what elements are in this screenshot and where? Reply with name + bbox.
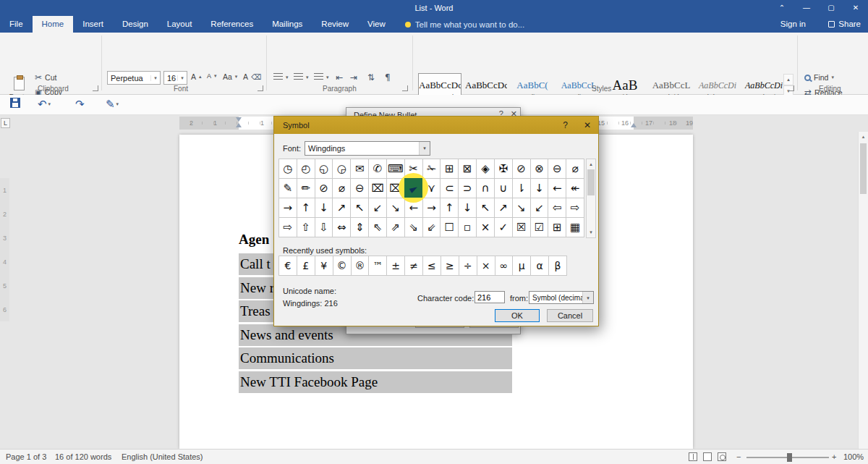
- recent-symbol-cell[interactable]: ≥: [441, 256, 459, 276]
- clear-formatting-button[interactable]: A⌫: [243, 72, 261, 81]
- symbol-cell[interactable]: ⇗: [387, 218, 405, 237]
- symbol-cell[interactable]: ⌀: [566, 159, 584, 179]
- cut-button[interactable]: ✂ Cut: [35, 72, 56, 83]
- symbol-cell[interactable]: ↓: [459, 198, 477, 218]
- symbol-cell[interactable]: ▫: [459, 218, 477, 237]
- font-size-combo[interactable]: 16 ▾: [163, 71, 187, 85]
- document-heading[interactable]: Agen: [239, 232, 269, 248]
- ribbon-display-options-icon[interactable]: ⌃: [770, 0, 794, 16]
- symbol-cell[interactable]: ☑: [531, 218, 549, 237]
- symbol-cell[interactable]: ✠: [495, 159, 513, 179]
- recent-symbol-cell[interactable]: ™: [369, 256, 387, 276]
- symbol-cell[interactable]: ✁: [423, 159, 441, 179]
- tab-file[interactable]: File: [0, 16, 33, 33]
- restore-icon[interactable]: ▢: [819, 0, 843, 16]
- help-icon[interactable]: ?: [563, 120, 568, 130]
- from-combo[interactable]: Symbol (decimal) ▾: [529, 291, 594, 304]
- symbol-font-combo[interactable]: Wingdings ▾: [305, 141, 430, 156]
- recent-symbol-cell[interactable]: µ: [513, 256, 531, 276]
- symbol-cell[interactable]: ↓: [531, 179, 549, 198]
- read-mode-icon[interactable]: [689, 452, 697, 461]
- symbol-cell[interactable]: ⊂: [441, 179, 459, 198]
- symbol-cell[interactable]: ⊃: [459, 179, 477, 198]
- symbol-cell[interactable]: ✎: [279, 179, 297, 198]
- zoom-level[interactable]: 100%: [843, 452, 864, 461]
- symbol-cell[interactable]: ☒: [513, 218, 531, 237]
- symbol-cell[interactable]: ✓: [495, 218, 513, 237]
- symbol-cell[interactable]: ✆: [369, 159, 387, 179]
- symbol-cell[interactable]: →: [423, 198, 441, 218]
- styles-dialog-launcher-icon[interactable]: [788, 85, 794, 91]
- tab-review[interactable]: Review: [312, 16, 358, 33]
- decrease-indent-button[interactable]: ⇤: [336, 72, 343, 83]
- symbol-cell[interactable]: ⌨: [387, 159, 405, 179]
- symbol-cell[interactable]: ∩: [477, 179, 495, 198]
- symbol-cell[interactable]: ⊘: [315, 179, 333, 198]
- zoom-slider-thumb[interactable]: [787, 453, 792, 462]
- symbol-cell[interactable]: ⇨: [566, 198, 584, 218]
- minimize-icon[interactable]: —: [794, 0, 819, 16]
- hanging-indent-marker[interactable]: [236, 123, 242, 127]
- close-icon[interactable]: ✕: [584, 120, 591, 130]
- grow-font-button[interactable]: A▴: [191, 72, 202, 81]
- draw-tool-button[interactable]: ✎ ▾: [106, 98, 119, 111]
- recent-symbol-cell[interactable]: β: [549, 256, 567, 276]
- symbol-cell[interactable]: ⇧: [297, 218, 315, 237]
- web-layout-icon[interactable]: [718, 452, 726, 461]
- scroll-up-icon[interactable]: ▴: [587, 159, 595, 169]
- symbol-cell[interactable]: ↘: [513, 198, 531, 218]
- tab-references[interactable]: References: [201, 16, 263, 33]
- page-indicator[interactable]: Page 1 of 3: [6, 452, 46, 461]
- sign-in-link[interactable]: Sign in: [780, 16, 806, 33]
- font-name-combo[interactable]: Perpetua ▾: [107, 71, 161, 85]
- zoom-in-button[interactable]: +: [832, 452, 836, 461]
- symbol-cell[interactable]: ↑: [441, 198, 459, 218]
- symbol-cell[interactable]: ⊠: [459, 159, 477, 179]
- right-indent-marker[interactable]: [631, 123, 637, 127]
- symbol-cell[interactable]: ⊘: [513, 159, 531, 179]
- tab-design[interactable]: Design: [113, 16, 158, 33]
- symbol-cell[interactable]: ⌧: [369, 179, 387, 198]
- symbol-cell[interactable]: ⇨: [279, 218, 297, 237]
- symbol-cell[interactable]: ↞: [566, 179, 584, 198]
- symbol-cell[interactable]: ∪: [495, 179, 513, 198]
- undo-button[interactable]: ↶ ▾: [38, 98, 51, 111]
- increase-indent-button[interactable]: ⇥: [350, 72, 357, 83]
- show-paragraph-marks-button[interactable]: ¶: [385, 72, 391, 83]
- tell-me-box[interactable]: Tell me what you want to do...: [405, 16, 525, 33]
- symbol-cell[interactable]: ↙: [531, 198, 549, 218]
- find-button[interactable]: Find ▾: [804, 73, 834, 82]
- recent-symbol-cell[interactable]: ©: [333, 256, 352, 276]
- shrink-font-button[interactable]: A▾: [207, 72, 217, 80]
- tab-insert[interactable]: Insert: [73, 16, 113, 33]
- character-code-input[interactable]: [475, 291, 505, 303]
- symbol-cell[interactable]: ◈: [477, 159, 495, 179]
- document-scrollbar[interactable]: ▴: [858, 132, 868, 449]
- symbol-cell[interactable]: ☐: [441, 218, 459, 237]
- symbol-dialog-titlebar[interactable]: Symbol: [274, 117, 598, 134]
- recent-symbol-cell[interactable]: ∞: [495, 256, 514, 276]
- symbol-cell[interactable]: ↖: [477, 198, 495, 218]
- vertical-ruler[interactable]: 123456: [0, 178, 9, 321]
- numbering-button[interactable]: ▾: [294, 73, 309, 81]
- symbol-cell[interactable]: ⌀: [333, 179, 351, 198]
- scroll-down-icon[interactable]: ▾: [587, 227, 595, 237]
- recent-symbol-cell[interactable]: ≤: [423, 256, 441, 276]
- symbol-cell[interactable]: ⊞: [441, 159, 459, 179]
- scrollbar-thumb[interactable]: [587, 169, 595, 195]
- symbol-cell[interactable]: ⇂: [513, 179, 531, 198]
- tab-mailings[interactable]: Mailings: [263, 16, 312, 33]
- symbol-cell[interactable]: ↘: [387, 198, 405, 218]
- recent-symbol-cell[interactable]: €: [279, 256, 297, 276]
- symbol-cell[interactable]: ⇕: [351, 218, 369, 237]
- recent-symbol-cell[interactable]: £: [297, 256, 315, 276]
- symbol-cell[interactable]: ⇔: [333, 218, 351, 237]
- recent-symbol-cell[interactable]: ¥: [315, 256, 333, 276]
- symbol-cell[interactable]: ↓: [315, 198, 333, 218]
- symbol-cell[interactable]: ⇙: [423, 218, 441, 237]
- scrollbar-thumb[interactable]: [860, 143, 867, 194]
- language-indicator[interactable]: English (United States): [122, 452, 203, 461]
- symbol-cell[interactable]: ⊗: [531, 159, 549, 179]
- symbol-cell[interactable]: ⇦: [548, 198, 566, 218]
- clipboard-dialog-launcher-icon[interactable]: [93, 85, 98, 91]
